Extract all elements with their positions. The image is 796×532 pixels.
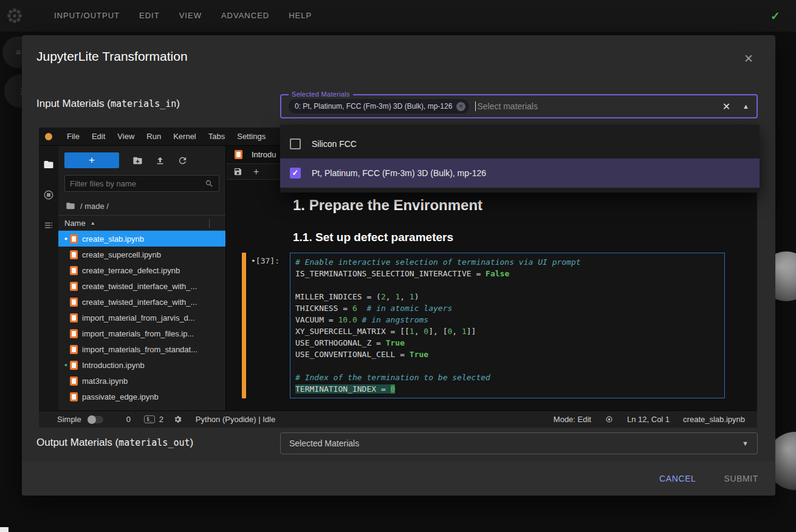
code-line-10[interactable] [295, 360, 719, 372]
mode-indicator[interactable]: Mode: Edit [554, 415, 591, 424]
table-of-contents-tab-icon[interactable] [43, 220, 54, 231]
file-row-import-material-from-jarvis-d[interactable]: import_material_from_jarvis_d... [58, 310, 225, 326]
code-editor[interactable]: # Enable interactive selection of termin… [290, 253, 725, 398]
file-browser-tab-icon[interactable] [43, 159, 54, 170]
code-line-2[interactable]: IS_TERMINATIONS_SELECTION_INTERACTIVE = … [295, 268, 719, 279]
refresh-icon[interactable] [177, 155, 188, 166]
appbar-item-view[interactable]: VIEW [170, 0, 211, 32]
dialog-close-icon[interactable]: ✕ [744, 52, 753, 66]
jlab-menu-kernel[interactable]: Kernel [167, 128, 202, 146]
file-name: Introduction.ipynb [82, 361, 145, 370]
materials-search-input[interactable] [477, 101, 717, 111]
output-select-value: Selected Materials [289, 438, 359, 448]
text-cursor [475, 101, 476, 111]
code-line-4[interactable]: MILLER_INDICES = (2, 1, 1) [295, 291, 719, 302]
code-line-5[interactable]: THICKNESS = 6 # in atomic layers [295, 302, 719, 314]
jlab-menu-edit[interactable]: Edit [86, 128, 111, 146]
material-option-silicon-fcc[interactable]: Silicon FCC [280, 129, 760, 159]
kernel-status-label[interactable]: Python (Pyodide) | Idle [196, 415, 275, 424]
upload-icon[interactable] [155, 155, 165, 166]
jlab-menu-settings[interactable]: Settings [231, 128, 272, 146]
terminal-icon[interactable]: $_ [144, 415, 155, 423]
new-folder-icon[interactable] [132, 155, 143, 166]
file-row-create-terrace-defect-ipynb[interactable]: create_terrace_defect.ipynb [58, 262, 225, 278]
code-line-12[interactable]: TERMINATION_INDEX = 0 [295, 383, 719, 395]
file-row-import-materials-from-files-ip[interactable]: import_materials_from_files.ip... [58, 326, 225, 341]
running-sessions-tab-icon[interactable] [43, 189, 54, 200]
clear-selection-icon[interactable]: ✕ [722, 101, 730, 112]
file-row-mat3ra-ipynb[interactable]: mat3ra.ipynb [58, 373, 225, 389]
jlab-menu-run[interactable]: Run [140, 128, 167, 146]
breadcrumb[interactable]: / made / [58, 197, 225, 215]
jupyterlab-left-sidebar [39, 146, 58, 411]
file-list-header[interactable]: Name ▲ [58, 215, 225, 231]
file-row-introduction-ipynb[interactable]: ●Introduction.ipynb [58, 357, 225, 373]
appbar-item-input-output[interactable]: INPUT/OUTPUT [44, 0, 129, 32]
chip-delete-icon[interactable]: ✕ [456, 102, 465, 111]
jupyterlab-statusbar: Simple 0 $_ 2 Python (Pyodide) | Idle Mo… [39, 411, 757, 428]
appbar-item-advanced[interactable]: ADVANCED [211, 0, 279, 32]
output-materials-prefix: Output Materials ( [36, 437, 118, 448]
active-file-indicator[interactable]: create_slab.ipynb [683, 415, 745, 424]
material-option-pt-platinum-fcc-fm-3m-3d-bulk-mp-126[interactable]: ✓Pt, Platinum, FCC (Fm-3m) 3D (Bulk), mp… [280, 159, 760, 188]
jupyterlite-logo-icon [45, 133, 52, 140]
code-line-8[interactable]: USE_ORTHOGONAL_Z = True [295, 337, 719, 349]
cursor-position-indicator[interactable]: Ln 12, Col 1 [627, 415, 670, 424]
material-chip-label: 0: Pt, Platinum, FCC (Fm-3m) 3D (Bulk), … [295, 102, 452, 111]
gear-icon[interactable] [173, 415, 182, 424]
file-name: passivate_edge.ipynb [82, 392, 159, 401]
file-filter-input[interactable] [70, 179, 205, 188]
appbar-item-edit[interactable]: EDIT [129, 0, 170, 32]
code-line-9[interactable]: USE_CONVENTIONAL_CELL = True [295, 349, 719, 360]
checkbox-unchecked-icon[interactable] [290, 138, 301, 149]
jlab-menu-file[interactable]: File [61, 128, 86, 146]
file-browser-panel: + / made / [58, 146, 226, 411]
code-line-3[interactable] [295, 279, 719, 291]
execution-count: [37]: [256, 256, 280, 265]
kernel-busy-dot: • [251, 256, 256, 265]
jlab-menu-tabs[interactable]: Tabs [202, 128, 231, 146]
material-chip[interactable]: 0: Pt, Platinum, FCC (Fm-3m) 3D (Bulk), … [289, 99, 469, 114]
notebook-file-icon [70, 282, 78, 291]
selected-materials-field-label: Selected Materials [289, 90, 353, 98]
file-row-import-materials-from-standat[interactable]: import_materials_from_standat... [58, 341, 225, 357]
app-logo-icon[interactable] [0, 14, 29, 18]
simple-mode-toggle[interactable] [87, 416, 103, 423]
file-row-passivate-edge-ipynb[interactable]: passivate_edge.ipynb [58, 389, 225, 404]
execution-prompt: •[37]: [251, 253, 290, 398]
expand-dropdown-icon: ▼ [742, 440, 749, 447]
jlab-menu-view[interactable]: View [111, 128, 140, 146]
file-filter-box[interactable] [64, 175, 219, 192]
output-materials-select[interactable]: Selected Materials ▼ [280, 432, 758, 454]
save-icon[interactable] [233, 167, 242, 176]
selected-materials-input[interactable]: Selected Materials 0: Pt, Platinum, FCC … [280, 94, 758, 118]
checkbox-checked-icon[interactable]: ✓ [290, 168, 301, 179]
new-launcher-button[interactable]: + [64, 152, 119, 168]
appbar-menu: INPUT/OUTPUTEDITVIEWADVANCEDHELP [44, 0, 321, 32]
file-list: ●create_slab.ipynbcreate_supercell.ipynb… [58, 231, 225, 411]
appbar-item-help[interactable]: HELP [279, 0, 321, 32]
notebook-trust-icon[interactable] [605, 415, 614, 424]
file-row-create-twisted-interface-with[interactable]: create_twisted_interface_with_... [58, 294, 225, 310]
file-row-create-slab-ipynb[interactable]: ●create_slab.ipynb [58, 231, 225, 247]
notebook-file-icon [70, 361, 78, 370]
column-divider[interactable] [209, 219, 210, 228]
markdown-heading-2: 1.1. Set up defect parameters [293, 231, 453, 244]
notebook-file-icon [70, 234, 78, 244]
code-line-7[interactable]: XY_SUPERCELL_MATRIX = [[1, 0], [0, 1]] [295, 326, 719, 337]
code-line-11[interactable]: # Index of the termination to be selecte… [295, 372, 719, 383]
code-line-6[interactable]: VACUUM = 10.0 # in angstroms [295, 314, 719, 326]
submit-button[interactable]: SUBMIT [724, 474, 759, 483]
file-row-create-twisted-interface-with[interactable]: create_twisted_interface_with_... [58, 278, 225, 294]
code-line-1[interactable]: # Enable interactive selection of termin… [295, 256, 719, 268]
cancel-button[interactable]: CANCEL [659, 474, 696, 483]
apply-check-icon[interactable]: ✓ [770, 9, 780, 23]
dialog-title: JupyterLite Transformation [36, 49, 188, 64]
file-row-create-supercell-ipynb[interactable]: create_supercell.ipynb [58, 247, 225, 262]
input-materials-prefix: Input Materials ( [36, 98, 111, 109]
cell-collapser-bar[interactable] [242, 253, 246, 398]
kernel-sessions-count[interactable]: 0 [126, 415, 131, 424]
add-cell-icon[interactable]: + [253, 167, 259, 177]
collapse-dropdown-icon[interactable]: ▲ [743, 103, 749, 110]
notebook-tab-label: Introdu [252, 150, 276, 159]
